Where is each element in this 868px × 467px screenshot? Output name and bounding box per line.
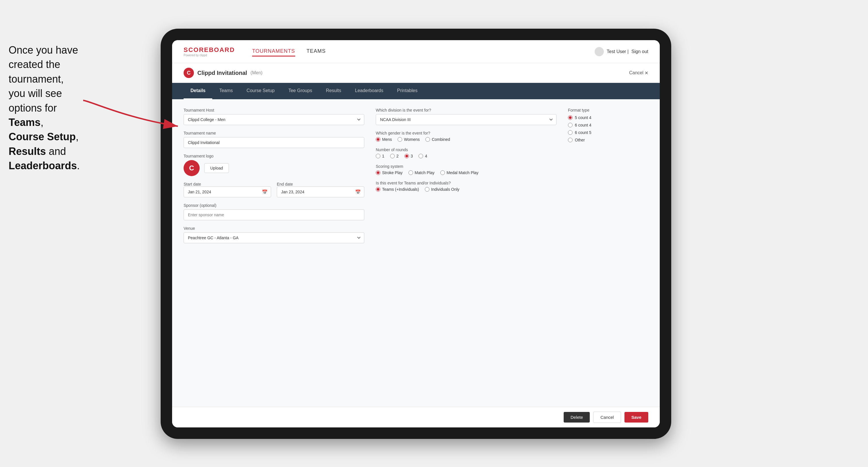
format-5count4[interactable]: 5 count 4 [568, 115, 648, 120]
instruction-line3: tournament, [9, 73, 64, 85]
scoring-match-radio[interactable] [408, 170, 413, 175]
format-type-label: Format type [568, 108, 648, 113]
rounds-1[interactable]: 1 [376, 154, 384, 158]
tournament-name-group: Tournament name [184, 131, 364, 148]
tab-bar: Details Teams Course Setup Tee Groups Re… [172, 83, 660, 99]
scoring-medal-match-radio[interactable] [440, 170, 445, 175]
main-content: Tournament Host Clippd College - Men Tou… [172, 99, 660, 407]
event-individuals[interactable]: Individuals Only [425, 187, 460, 192]
format-other-label: Other [575, 138, 585, 142]
instruction-teams: Teams [9, 117, 40, 128]
division-label: Which division is the event for? [376, 108, 557, 113]
form-sections: Tournament Host Clippd College - Men Tou… [184, 108, 648, 243]
scoring-label: Scoring system [376, 164, 557, 169]
division-group: Which division is the event for? NCAA Di… [376, 108, 557, 125]
scoring-medal-match-label: Medal Match Play [446, 170, 478, 175]
start-date-wrapper: 📅 [184, 186, 271, 197]
gender-combined[interactable]: Combined [425, 137, 450, 142]
rounds-3[interactable]: 3 [404, 154, 413, 158]
gender-womens-label: Womens [404, 137, 420, 142]
format-section: Format type 5 count 4 6 count 4 6 count … [568, 108, 648, 142]
tournament-name-label: Tournament name [184, 131, 364, 135]
action-bar: Delete Cancel Save [172, 407, 660, 428]
format-other[interactable]: Other [568, 138, 648, 142]
gender-mens-radio[interactable] [376, 137, 380, 142]
scoring-medal-match[interactable]: Medal Match Play [440, 170, 478, 175]
scoring-group: Scoring system Stroke Play Match Play [376, 164, 557, 175]
rounds-2[interactable]: 2 [390, 154, 399, 158]
tab-printables[interactable]: Printables [390, 83, 424, 99]
gender-group: Which gender is the event for? Mens Wome… [376, 131, 557, 142]
event-type-group: Is this event for Teams and/or Individua… [376, 181, 557, 192]
scoring-radio-group: Stroke Play Match Play Medal Match Play [376, 170, 557, 175]
end-date-label: End date [277, 182, 293, 186]
save-button[interactable]: Save [624, 412, 648, 423]
instruction-course-setup: Course Setup [9, 131, 76, 143]
venue-select[interactable]: Peachtree GC - Atlanta - GA [184, 232, 364, 243]
tab-course-setup[interactable]: Course Setup [240, 83, 282, 99]
event-teams[interactable]: Teams (+Individuals) [376, 187, 419, 192]
event-individuals-radio[interactable] [425, 187, 429, 192]
logo-subtitle: Powered by clippd [184, 54, 235, 57]
tab-tee-groups[interactable]: Tee Groups [281, 83, 319, 99]
rounds-4[interactable]: 4 [418, 154, 427, 158]
cancel-x-icon: ✕ [645, 70, 648, 76]
format-other-radio[interactable] [568, 138, 572, 142]
sponsor-input[interactable] [184, 209, 364, 220]
gender-combined-radio[interactable] [425, 137, 430, 142]
scoring-match[interactable]: Match Play [408, 170, 435, 175]
event-teams-radio[interactable] [376, 187, 380, 192]
cancel-header-button[interactable]: Cancel ✕ [629, 70, 648, 76]
rounds-1-radio[interactable] [376, 154, 380, 158]
tablet-frame: SCOREBOARD Powered by clippd TOURNAMENTS… [161, 29, 671, 439]
gender-mens[interactable]: Mens [376, 137, 392, 142]
rounds-label: Number of rounds [376, 148, 557, 152]
scoring-stroke[interactable]: Stroke Play [376, 170, 403, 175]
tab-details[interactable]: Details [184, 83, 212, 99]
rounds-2-radio[interactable] [390, 154, 395, 158]
format-5count4-label: 5 count 4 [575, 115, 591, 120]
start-date-label: Start date [184, 182, 201, 186]
tournament-name: Clippd Invitational [197, 70, 247, 76]
rounds-3-radio[interactable] [404, 154, 409, 158]
tournament-host-select[interactable]: Clippd College - Men [184, 114, 364, 125]
tournament-logo-group: Tournament logo C Upload [184, 154, 364, 176]
nav-link-tournaments[interactable]: TOURNAMENTS [252, 47, 295, 57]
format-6count5[interactable]: 6 count 5 [568, 130, 648, 135]
instruction-line5: options for [9, 102, 57, 114]
tab-results[interactable]: Results [319, 83, 348, 99]
format-6count5-radio[interactable] [568, 130, 572, 135]
format-6count4[interactable]: 6 count 4 [568, 123, 648, 127]
event-individuals-label: Individuals Only [431, 187, 460, 192]
format-5count4-radio[interactable] [568, 115, 572, 120]
gender-combined-label: Combined [432, 137, 450, 142]
rounds-4-label: 4 [425, 154, 427, 158]
nav-link-teams[interactable]: TEAMS [307, 47, 326, 57]
event-teams-label: Teams (+Individuals) [382, 187, 419, 192]
scoring-stroke-radio[interactable] [376, 170, 380, 175]
format-6count4-label: 6 count 4 [575, 123, 591, 127]
end-date-input[interactable] [277, 186, 364, 197]
nav-user[interactable]: Test User | [607, 49, 628, 54]
avatar [595, 47, 604, 56]
cancel-button[interactable]: Cancel [593, 412, 621, 423]
upload-button[interactable]: Upload [204, 163, 229, 173]
calendar-icon: 📅 [262, 189, 268, 195]
start-date-input[interactable] [184, 186, 271, 197]
delete-button[interactable]: Delete [564, 412, 590, 423]
instruction-line4: you will see [9, 88, 62, 99]
gender-womens-radio[interactable] [398, 137, 402, 142]
tournament-icon: C [184, 68, 194, 78]
scoring-stroke-label: Stroke Play [382, 170, 403, 175]
gender-label: Which gender is the event for? [376, 131, 557, 135]
format-6count4-radio[interactable] [568, 123, 572, 127]
rounds-4-radio[interactable] [418, 154, 423, 158]
division-select[interactable]: NCAA Division III [376, 114, 557, 125]
nav-signout[interactable]: Sign out [631, 49, 648, 54]
tab-leaderboards[interactable]: Leaderboards [348, 83, 391, 99]
tournament-header: C Clippd Invitational (Men) Cancel ✕ [172, 63, 660, 83]
gender-womens[interactable]: Womens [398, 137, 420, 142]
tab-teams[interactable]: Teams [212, 83, 240, 99]
sponsor-group: Sponsor (optional) [184, 203, 364, 220]
tournament-name-input[interactable] [184, 137, 364, 148]
